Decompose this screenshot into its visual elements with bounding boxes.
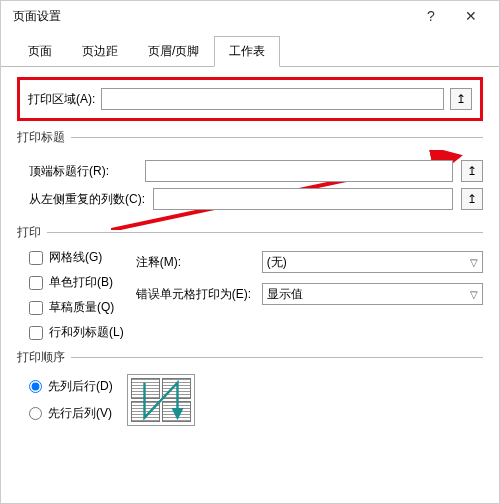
print-titles-group: 打印标题 顶端标题行(R): ↥ 从左侧重复的列数(C): ↥ bbox=[17, 129, 483, 216]
print-area-input[interactable] bbox=[101, 88, 444, 110]
left-cols-input[interactable] bbox=[153, 188, 453, 210]
over-then-down-radio[interactable]: 先行后列(V) bbox=[29, 405, 113, 422]
close-button[interactable]: ✕ bbox=[451, 8, 491, 24]
print-options-legend: 打印 bbox=[17, 224, 47, 241]
left-cols-label: 从左侧重复的列数(C): bbox=[29, 191, 145, 208]
comments-label: 注释(M): bbox=[136, 254, 254, 271]
row-col-headings-checkbox[interactable]: 行和列标题(L) bbox=[29, 324, 124, 341]
page-setup-dialog: 页面设置 ? ✕ 页面 页边距 页眉/页脚 工作表 打印区域(A): ↥ 打印标… bbox=[0, 0, 500, 504]
tab-strip: 页面 页边距 页眉/页脚 工作表 bbox=[1, 35, 499, 67]
print-options-group: 打印 网格线(G) 单色打印(B) 草稿质量(Q) 行和列标题(L) 注释(M)… bbox=[17, 224, 483, 341]
print-order-legend: 打印顺序 bbox=[17, 349, 71, 366]
errors-label: 错误单元格打印为(E): bbox=[136, 286, 254, 303]
gridlines-checkbox[interactable]: 网格线(G) bbox=[29, 249, 124, 266]
chevron-down-icon: ▽ bbox=[470, 289, 478, 300]
print-order-group: 打印顺序 先列后行(D) 先行后列(V) bbox=[17, 349, 483, 426]
tab-sheet[interactable]: 工作表 bbox=[214, 36, 280, 67]
top-rows-label: 顶端标题行(R): bbox=[29, 163, 137, 180]
top-rows-input[interactable] bbox=[145, 160, 453, 182]
tab-header-footer[interactable]: 页眉/页脚 bbox=[133, 36, 214, 67]
tab-margins[interactable]: 页边距 bbox=[67, 36, 133, 67]
down-then-over-radio[interactable]: 先列后行(D) bbox=[29, 378, 113, 395]
draft-quality-checkbox[interactable]: 草稿质量(Q) bbox=[29, 299, 124, 316]
errors-select[interactable]: 显示值 ▽ bbox=[262, 283, 483, 305]
chevron-down-icon: ▽ bbox=[470, 257, 478, 268]
titlebar: 页面设置 ? ✕ bbox=[1, 1, 499, 31]
dialog-title: 页面设置 bbox=[9, 8, 411, 25]
print-titles-legend: 打印标题 bbox=[17, 129, 71, 146]
left-cols-ref-button[interactable]: ↥ bbox=[461, 188, 483, 210]
dialog-body: 打印区域(A): ↥ 打印标题 顶端标题行(R): ↥ 从左侧重复的列数(C):… bbox=[1, 67, 499, 440]
top-rows-ref-button[interactable]: ↥ bbox=[461, 160, 483, 182]
tab-page[interactable]: 页面 bbox=[13, 36, 67, 67]
black-white-checkbox[interactable]: 单色打印(B) bbox=[29, 274, 124, 291]
print-order-preview-icon bbox=[127, 374, 195, 426]
comments-select-value: (无) bbox=[267, 254, 287, 271]
print-area-ref-button[interactable]: ↥ bbox=[450, 88, 472, 110]
collapse-icon: ↥ bbox=[467, 192, 477, 206]
collapse-icon: ↥ bbox=[467, 164, 477, 178]
help-button[interactable]: ? bbox=[411, 8, 451, 24]
print-area-highlight: 打印区域(A): ↥ bbox=[17, 77, 483, 121]
errors-select-value: 显示值 bbox=[267, 286, 303, 303]
collapse-icon: ↥ bbox=[456, 92, 466, 106]
comments-select[interactable]: (无) ▽ bbox=[262, 251, 483, 273]
print-area-label: 打印区域(A): bbox=[28, 91, 95, 108]
